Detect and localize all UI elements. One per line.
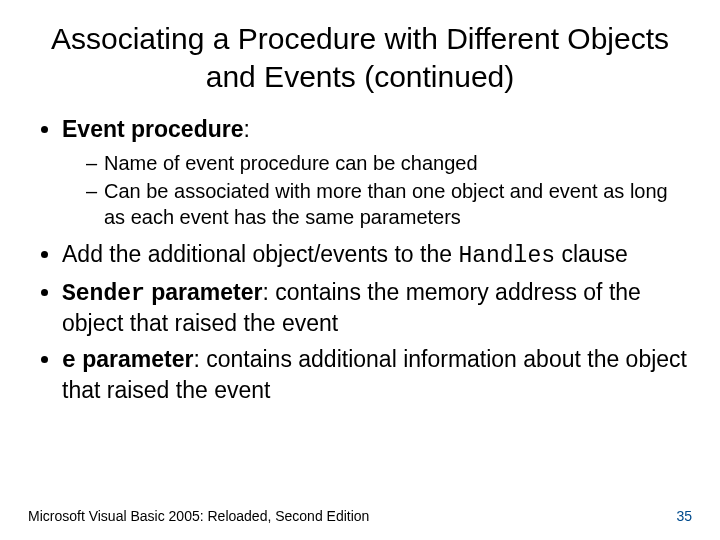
bullet-list-level2: Name of event procedure can be changed C… [62, 150, 692, 230]
page-number: 35 [676, 508, 692, 524]
bullet-sender-parameter: Sender parameter: contains the memory ad… [62, 278, 692, 339]
slide-footer: Microsoft Visual Basic 2005: Reloaded, S… [28, 508, 692, 524]
footer-source: Microsoft Visual Basic 2005: Reloaded, S… [28, 508, 369, 524]
slide-container: Associating a Procedure with Different O… [0, 0, 720, 540]
handles-post-text: clause [555, 241, 628, 267]
bullet-handles-clause: Add the additional object/events to the … [62, 240, 692, 271]
event-procedure-label: Event procedure [62, 116, 244, 142]
e-param-label: parameter [76, 346, 194, 372]
event-procedure-colon: : [244, 116, 250, 142]
e-keyword: e [62, 348, 76, 374]
bullet-event-procedure: Event procedure: Name of event procedure… [62, 115, 692, 230]
handles-keyword: Handles [458, 243, 555, 269]
slide-title: Associating a Procedure with Different O… [38, 20, 682, 95]
sub-bullet-name-change: Name of event procedure can be changed [86, 150, 692, 176]
handles-pre-text: Add the additional object/events to the [62, 241, 458, 267]
sender-keyword: Sender [62, 281, 145, 307]
bullet-e-parameter: e parameter: contains additional informa… [62, 345, 692, 406]
bullet-list-level1: Event procedure: Name of event procedure… [36, 115, 692, 406]
sub-bullet-association: Can be associated with more than one obj… [86, 178, 692, 230]
sender-param-label: parameter [145, 279, 263, 305]
